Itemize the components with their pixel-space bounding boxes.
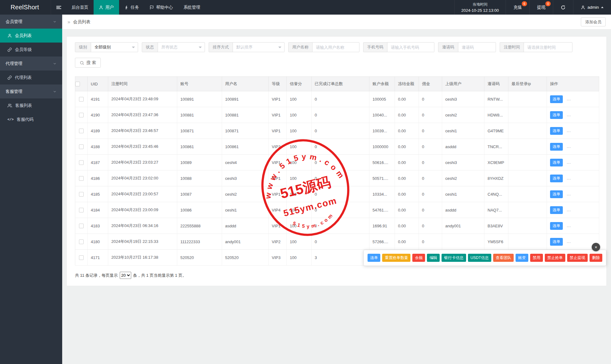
nav-item-5[interactable]: 系统管理 — [178, 0, 206, 15]
liandan-button[interactable]: 连单 — [550, 190, 563, 198]
member-table: UID注册时间账号用户名等级信誉分已完成订单总数账户余额冻结金额佣金上级用户邀请… — [75, 76, 599, 266]
row-more-button[interactable]: ... — [567, 128, 571, 133]
row-more-button[interactable]: ... — [567, 176, 571, 180]
filter-select-3[interactable]: 默认排序 — [233, 43, 284, 52]
sidebar-item-1-1[interactable]: 会员列表 — [0, 29, 62, 43]
filter-input-5[interactable] — [387, 43, 434, 52]
row-checkbox[interactable] — [79, 97, 84, 102]
popup-close-button[interactable]: × — [592, 243, 600, 251]
row-checkbox[interactable] — [79, 239, 84, 244]
cell-parent-user: asddd — [442, 202, 484, 218]
breadcrumb-icon: » — [67, 19, 70, 25]
sidebar-toggle-button[interactable] — [51, 0, 66, 15]
popup-action-button-12[interactable]: 删除 — [590, 254, 602, 262]
filter-select-2[interactable]: 所有状态 — [158, 43, 205, 52]
liandan-button[interactable]: 连单 — [550, 238, 563, 246]
nav-item-1[interactable]: 后台首页 — [66, 0, 94, 15]
cell-uid: 4188 — [88, 139, 108, 155]
row-more-button[interactable]: ... — [567, 223, 571, 228]
popup-action-button-8[interactable]: 账变 — [516, 254, 528, 262]
nav-item-4[interactable]: 帮助中心 — [144, 0, 178, 15]
page-size-select[interactable]: 20 — [120, 272, 131, 279]
popup-action-button-6[interactable]: USDT信息 — [468, 254, 491, 262]
popup-action-button-5[interactable]: 银行卡信息 — [442, 254, 466, 262]
popup-action-button-10[interactable]: 禁止抢单 — [545, 254, 565, 262]
popup-action-button-3[interactable]: 余额 — [412, 254, 425, 262]
nav-item-2[interactable]: 用户 — [94, 0, 119, 15]
filter-select-1[interactable]: 全部级别 — [91, 43, 138, 52]
nav-item-3[interactable]: 任务 — [119, 0, 144, 15]
filter-group-7: 注册时间 — [500, 42, 572, 52]
liandan-button[interactable]: 连单 — [550, 143, 563, 151]
cell-action: 连单 ... — [547, 107, 599, 123]
row-more-button[interactable]: ... — [567, 239, 571, 244]
cell-invite-code: G4T9ME — [484, 123, 508, 139]
liandan-button[interactable]: 连单 — [550, 206, 563, 214]
row-checkbox[interactable] — [79, 255, 84, 260]
row-checkbox[interactable] — [79, 144, 84, 149]
row-checkbox[interactable] — [79, 224, 84, 228]
liandan-button[interactable]: 连单 — [550, 159, 563, 166]
liandan-button[interactable]: 连单 — [550, 222, 563, 230]
filter-input-7[interactable] — [524, 43, 572, 52]
select-all-checkbox[interactable] — [75, 82, 80, 86]
cell-level: VIP1 — [269, 107, 287, 123]
recharge-button[interactable]: 充值 6 — [506, 0, 529, 15]
liandan-button[interactable]: 连单 — [550, 95, 563, 103]
row-checkbox[interactable] — [79, 129, 84, 133]
sidebar-item-2-1[interactable]: 代理列表 — [0, 71, 62, 84]
cell-frozen-amount: 0.00 — [395, 186, 419, 202]
popup-action-label: 重置抢单数量 — [385, 256, 408, 260]
column-header: 冻结金额 — [395, 77, 419, 91]
row-more-button[interactable]: ... — [567, 112, 571, 117]
row-checkbox[interactable] — [79, 160, 84, 165]
cell-reg-time: 2024年04月23日 23:00:09 — [108, 202, 177, 218]
table-row: 41892024年04月23日 23:46:57100871100871VIP1… — [75, 123, 599, 139]
sidebar-item-3-1[interactable]: 客服列表 — [0, 98, 62, 112]
row-more-button[interactable]: ... — [567, 192, 571, 196]
search-button[interactable]: 搜 索 — [75, 58, 101, 68]
row-more-button[interactable]: ... — [567, 97, 571, 101]
row-checkbox[interactable] — [79, 113, 84, 117]
row-checkbox[interactable] — [79, 176, 84, 181]
sidebar-group-3[interactable]: 客服管理 — [0, 84, 62, 98]
popup-action-button-9[interactable]: 禁用 — [530, 254, 543, 262]
cell-username: ceshi3 — [222, 171, 269, 186]
cell-action: 连单 ... — [547, 186, 599, 202]
sidebar-item-3-2[interactable]: </>客服代码 — [0, 112, 62, 126]
popup-action-button-2[interactable]: 重置抢单数量 — [382, 254, 410, 262]
liandan-button[interactable]: 连单 — [550, 127, 563, 135]
cell-credit-score: 100 — [287, 139, 312, 155]
local-time-value: 2024-10-25 12:13:00 — [461, 8, 499, 13]
cell-level: VIP1 — [269, 91, 287, 107]
refresh-button[interactable] — [553, 0, 573, 15]
row-more-button[interactable]: ... — [567, 144, 571, 149]
sidebar-item-1-2[interactable]: 会员等级 — [0, 43, 62, 57]
popup-action-button-4[interactable]: 编辑 — [427, 254, 440, 262]
popup-action-button-1[interactable]: 连单 — [368, 254, 380, 262]
row-checkbox[interactable] — [79, 208, 84, 212]
cell-credit-score: 100 — [287, 186, 312, 202]
add-member-button[interactable]: 添加会员 — [581, 17, 606, 26]
row-more-button[interactable]: ... — [567, 207, 571, 212]
row-checkbox[interactable] — [79, 192, 84, 197]
user-menu[interactable]: admin — [573, 0, 611, 15]
nav-item-label: 用户 — [105, 5, 114, 10]
cell-uid: 4185 — [88, 186, 108, 202]
liandan-button[interactable]: 连单 — [550, 175, 563, 182]
sidebar-group-1[interactable]: 会员管理 — [0, 15, 62, 29]
code-icon: </> — [7, 118, 14, 121]
chevron-down-icon — [53, 20, 57, 24]
sidebar-group-2[interactable]: 代理管理 — [0, 57, 62, 71]
recharge-badge: 6 — [522, 1, 527, 6]
filter-input-6[interactable] — [458, 43, 496, 52]
cell-account: 111222333 — [177, 234, 222, 250]
withdraw-button[interactable]: 提现 0 — [529, 0, 553, 15]
filter-input-4[interactable] — [312, 43, 359, 52]
cell-balance: 10334... — [369, 186, 395, 202]
popup-action-button-7[interactable]: 查看团队 — [493, 254, 514, 262]
row-more-button[interactable]: ... — [567, 160, 571, 165]
popup-action-button-11[interactable]: 禁止提现 — [567, 254, 588, 262]
sidebar-item-label: 客服代码 — [17, 117, 34, 122]
liandan-button[interactable]: 连单 — [550, 111, 563, 119]
